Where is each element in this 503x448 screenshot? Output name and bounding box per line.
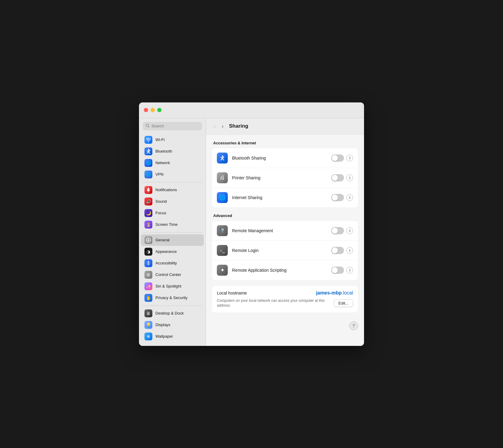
maximize-button[interactable] xyxy=(157,108,161,112)
help-button[interactable]: ? xyxy=(349,322,358,330)
remote-login-info-button[interactable]: ℹ xyxy=(346,247,353,254)
printer-sharing-info-button[interactable]: ℹ xyxy=(346,174,353,181)
hostname-value: james-mbp.local xyxy=(316,290,353,296)
internet-sharing-label: Internet Sharing xyxy=(232,195,327,200)
sidebar-item-accessibility-label: Accessibility xyxy=(155,261,177,265)
sidebar: Wi-Fi Bluetooth 🌐 Network 🌐 VPN xyxy=(139,118,206,346)
hostname-bottom: Computers on your local network can acce… xyxy=(217,298,353,308)
search-container xyxy=(139,122,206,134)
sidebar-item-desktop-label: Desktop & Dock xyxy=(155,311,184,315)
internet-sharing-info-button[interactable]: ℹ xyxy=(346,194,353,201)
remote-app-scripting-icon: ✦ xyxy=(217,265,228,276)
svg-point-9 xyxy=(148,261,149,262)
sidebar-item-focus[interactable]: 🌙 Focus xyxy=(141,207,204,219)
hostname-edit-button[interactable]: Edit... xyxy=(334,299,353,307)
bluetooth-sharing-info-button[interactable]: ℹ xyxy=(346,155,353,161)
privacy-icon: ✋ xyxy=(144,294,152,302)
svg-point-4 xyxy=(148,239,149,241)
sidebar-item-displays[interactable]: 💡 Displays xyxy=(141,319,204,331)
sidebar-divider-3 xyxy=(143,305,202,306)
main-header: ‹ › Sharing xyxy=(206,118,364,135)
sidebar-item-general[interactable]: General xyxy=(141,234,204,246)
general-icon xyxy=(144,236,152,244)
page-title: Sharing xyxy=(229,123,248,129)
vpn-icon: 🌐 xyxy=(144,171,152,178)
sidebar-item-siri-label: Siri & Spotlight xyxy=(155,284,181,288)
sidebar-item-appearance-label: Appearance xyxy=(155,249,177,254)
appearance-icon: ◑ xyxy=(144,248,152,256)
sidebar-item-desktop[interactable]: 🖥 Desktop & Dock xyxy=(141,308,204,319)
sound-icon: 🔊 xyxy=(144,198,152,205)
close-button[interactable] xyxy=(144,108,148,112)
sidebar-item-wallpaper-label: Wallpaper xyxy=(155,334,173,339)
screentime-icon: ⏳ xyxy=(144,221,152,229)
sidebar-item-screentime[interactable]: ⏳ Screen Time xyxy=(141,219,204,230)
sidebar-item-controlcenter-label: Control Center xyxy=(155,272,181,277)
remote-login-label: Remote Login xyxy=(232,248,327,253)
minimize-button[interactable] xyxy=(151,108,155,112)
sidebar-item-controlcenter[interactable]: ⊞ Control Center xyxy=(141,269,204,281)
printer-sharing-label: Printer Sharing xyxy=(232,175,327,180)
wallpaper-icon: ❄ xyxy=(144,333,152,340)
printer-sharing-toggle-group: ℹ xyxy=(331,174,353,181)
sidebar-item-sound[interactable]: 🔊 Sound xyxy=(141,196,204,207)
sidebar-item-network[interactable]: 🌐 Network xyxy=(141,157,204,169)
nav-back-button[interactable]: ‹ xyxy=(212,122,217,130)
sidebar-item-privacy-label: Privacy & Security xyxy=(155,295,187,300)
sidebar-item-sound-label: Sound xyxy=(155,199,167,204)
sidebar-item-appearance[interactable]: ◑ Appearance xyxy=(141,246,204,257)
printer-sharing-row: 🖨 Printer Sharing ℹ xyxy=(212,168,358,188)
displays-icon: 💡 xyxy=(144,321,152,329)
bluetooth-sharing-toggle[interactable] xyxy=(331,154,344,162)
remote-login-toggle-group: ℹ xyxy=(331,247,353,254)
titlebar xyxy=(139,102,364,118)
sidebar-item-wifi-label: Wi-Fi xyxy=(155,137,165,142)
sidebar-item-privacy[interactable]: ✋ Privacy & Security xyxy=(141,292,204,304)
sidebar-item-wifi[interactable]: Wi-Fi xyxy=(141,134,204,146)
sidebar-item-bluetooth[interactable]: Bluetooth xyxy=(141,146,204,157)
remote-app-scripting-toggle[interactable] xyxy=(331,267,344,274)
remote-app-scripting-toggle-group: ℹ xyxy=(331,267,353,274)
hostname-bold: james-mbp xyxy=(316,290,342,295)
search-input[interactable] xyxy=(151,124,199,128)
internet-sharing-toggle[interactable] xyxy=(331,194,344,201)
sidebar-item-siri[interactable]: ✨ Siri & Spotlight xyxy=(141,281,204,292)
bluetooth-sharing-row: Bluetooth Sharing ℹ xyxy=(212,148,358,168)
search-icon xyxy=(146,124,150,129)
remote-management-toggle-group: ℹ xyxy=(331,227,353,234)
sidebar-item-network-label: Network xyxy=(155,160,170,165)
search-box[interactable] xyxy=(143,122,202,130)
remote-app-scripting-row: ✦ Remote Application Scripting ℹ xyxy=(212,260,358,280)
sidebar-divider-1 xyxy=(143,182,202,182)
bluetooth-icon xyxy=(144,147,152,155)
desktop-icon: 🖥 xyxy=(144,309,152,317)
sidebar-item-screentime-label: Screen Time xyxy=(155,222,178,227)
sidebar-item-vpn[interactable]: 🌐 VPN xyxy=(141,169,204,180)
sidebar-item-wallpaper[interactable]: ❄ Wallpaper xyxy=(141,331,204,342)
focus-icon: 🌙 xyxy=(144,209,152,217)
sidebar-item-bluetooth-label: Bluetooth xyxy=(155,149,172,153)
sidebar-divider-2 xyxy=(143,232,202,233)
internet-sharing-row: 🌐 Internet Sharing ℹ xyxy=(212,188,358,207)
section-title-accessories: Accessories & Internet xyxy=(213,141,358,145)
printer-sharing-toggle[interactable] xyxy=(331,174,344,181)
content-area: Wi-Fi Bluetooth 🌐 Network 🌐 VPN xyxy=(139,118,364,346)
internet-sharing-icon: 🌐 xyxy=(217,192,228,203)
sidebar-item-focus-label: Focus xyxy=(155,211,166,215)
remote-login-icon: ›_ xyxy=(217,245,228,256)
remote-management-toggle[interactable] xyxy=(331,227,344,234)
hostname-card: Local hostname james-mbp.local Computers… xyxy=(212,286,358,313)
hostname-label: Local hostname xyxy=(217,291,247,295)
remote-login-toggle[interactable] xyxy=(331,247,344,254)
sidebar-item-accessibility[interactable]: Accessibility xyxy=(141,257,204,269)
remote-management-info-button[interactable]: ℹ xyxy=(346,227,353,234)
remote-management-row: 🔭 Remote Management ℹ xyxy=(212,221,358,240)
nav-forward-button[interactable]: › xyxy=(220,122,225,130)
remote-app-scripting-info-button[interactable]: ℹ xyxy=(346,267,353,274)
section-title-advanced: Advanced xyxy=(213,213,358,218)
remote-login-row: ›_ Remote Login ℹ xyxy=(212,240,358,260)
wifi-icon xyxy=(144,136,152,144)
sidebar-item-notifications[interactable]: Notifications xyxy=(141,184,204,196)
notifications-icon xyxy=(144,186,152,194)
sidebar-item-vpn-label: VPN xyxy=(155,172,164,177)
